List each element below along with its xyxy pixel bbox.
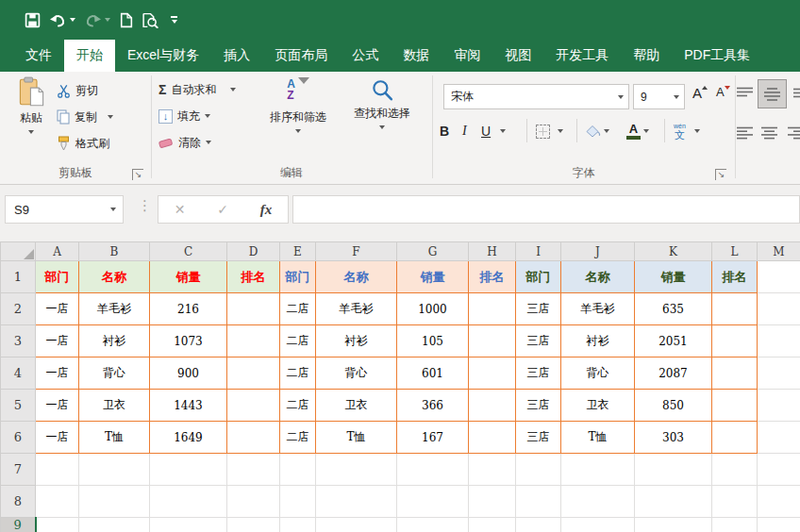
cell-M7[interactable] — [758, 454, 800, 486]
cell-G5[interactable]: 366 — [397, 390, 469, 422]
redo-button[interactable] — [84, 8, 110, 31]
phonetic-dropdown-icon[interactable] — [694, 129, 700, 133]
cell-L9[interactable] — [712, 518, 758, 532]
col-header-G[interactable]: G — [397, 242, 469, 261]
cell-A2[interactable]: 一店 — [36, 293, 79, 325]
cell-K5[interactable]: 850 — [635, 390, 712, 422]
bold-button[interactable]: B — [440, 119, 449, 143]
cell-J5[interactable]: 卫衣 — [561, 390, 635, 422]
cell-D4[interactable] — [227, 357, 280, 390]
clipboard-dialog-launcher[interactable]: ↘ — [132, 169, 143, 180]
cell-E1[interactable]: 部门 — [280, 261, 316, 293]
save-button[interactable] — [25, 8, 41, 31]
cell-B4[interactable]: 背心 — [79, 357, 150, 390]
cell-M4[interactable] — [758, 357, 800, 390]
cell-A6[interactable]: 一店 — [36, 422, 79, 454]
italic-button[interactable]: I — [462, 119, 467, 143]
cut-button[interactable]: 剪切 — [57, 80, 98, 101]
cell-I2[interactable]: 三店 — [516, 293, 561, 325]
cell-G7[interactable] — [397, 454, 469, 486]
cell-B2[interactable]: 羊毛衫 — [79, 293, 150, 325]
undo-dropdown-icon[interactable] — [70, 18, 75, 22]
cell-A9[interactable] — [36, 518, 79, 532]
cell-F3[interactable]: 衬衫 — [316, 325, 397, 357]
cell-E9[interactable] — [280, 518, 316, 532]
cell-D1[interactable]: 排名 — [227, 261, 280, 293]
middle-align-button-selected[interactable] — [758, 79, 787, 108]
cell-F5[interactable]: 卫衣 — [316, 390, 397, 422]
fill-button[interactable]: ↓ 填充 — [158, 106, 210, 126]
cell-G8[interactable] — [397, 486, 469, 518]
tab-11[interactable]: PDF工具集 — [672, 40, 762, 72]
cell-H5[interactable] — [469, 390, 516, 422]
phonetic-guide-button[interactable]: wén文 — [674, 119, 700, 143]
cell-G4[interactable]: 601 — [397, 357, 469, 390]
autosum-dropdown-icon[interactable] — [230, 88, 236, 91]
cell-M2[interactable] — [758, 293, 800, 325]
row-header-6[interactable]: 6 — [1, 422, 36, 454]
cell-M8[interactable] — [758, 486, 800, 518]
tab-3[interactable]: 插入 — [211, 40, 262, 72]
cell-H2[interactable] — [469, 293, 516, 325]
cell-H6[interactable] — [469, 422, 516, 454]
cell-B8[interactable] — [79, 486, 150, 518]
cell-E3[interactable]: 二店 — [280, 325, 316, 357]
col-header-J[interactable]: J — [561, 242, 635, 261]
cell-D8[interactable] — [227, 486, 280, 518]
cell-J3[interactable]: 衬衫 — [561, 325, 635, 357]
cell-D5[interactable] — [227, 390, 280, 422]
col-header-F[interactable]: F — [316, 242, 397, 261]
row-header-7[interactable]: 7 — [1, 454, 36, 486]
name-box[interactable]: S9 — [5, 195, 124, 224]
align-left-button[interactable] — [737, 126, 754, 142]
cell-M1[interactable] — [758, 261, 800, 293]
tab-2[interactable]: Excel与财务 — [115, 40, 211, 72]
copy-button[interactable]: 复制 — [57, 107, 113, 127]
cell-A8[interactable] — [36, 486, 79, 518]
cell-J8[interactable] — [561, 486, 635, 518]
cell-F2[interactable]: 羊毛衫 — [316, 293, 397, 325]
clear-button[interactable]: 清除 — [158, 132, 211, 153]
cell-E6[interactable]: 二店 — [280, 422, 316, 454]
cell-B7[interactable] — [79, 454, 150, 486]
cell-B1[interactable]: 名称 — [79, 261, 150, 293]
tab-9[interactable]: 开发工具 — [543, 40, 621, 72]
cell-E8[interactable] — [280, 486, 316, 518]
cell-J1[interactable]: 名称 — [561, 261, 635, 293]
cell-H1[interactable]: 排名 — [469, 261, 516, 293]
cell-I6[interactable]: 三店 — [516, 422, 561, 454]
fill-dropdown-icon[interactable] — [205, 114, 210, 118]
cell-I9[interactable] — [516, 518, 561, 532]
col-header-L[interactable]: L — [712, 242, 758, 261]
cell-K6[interactable]: 303 — [635, 422, 712, 454]
cell-L6[interactable] — [712, 422, 758, 454]
fill-color-dropdown-icon[interactable] — [604, 129, 609, 133]
cell-L3[interactable] — [712, 325, 758, 357]
cell-G9[interactable] — [397, 518, 469, 532]
cell-G2[interactable]: 1000 — [397, 293, 469, 325]
copy-dropdown-icon[interactable] — [108, 115, 113, 119]
tab-5[interactable]: 公式 — [340, 40, 391, 72]
enter-icon[interactable]: ✓ — [217, 202, 228, 217]
row-header-1[interactable]: 1 — [1, 261, 36, 293]
cell-I4[interactable]: 三店 — [516, 357, 561, 390]
row-header-3[interactable]: 3 — [1, 325, 36, 357]
tab-1[interactable]: 开始 — [64, 40, 115, 72]
cell-C7[interactable] — [150, 454, 227, 486]
cell-B9[interactable] — [79, 518, 150, 532]
cell-F9[interactable] — [316, 518, 397, 532]
cell-E2[interactable]: 二店 — [280, 293, 316, 325]
cell-K2[interactable]: 635 — [635, 293, 712, 325]
cell-K3[interactable]: 2051 — [635, 325, 712, 357]
font-name-combo[interactable]: 宋体 — [443, 84, 629, 109]
cell-L1[interactable]: 排名 — [712, 261, 758, 293]
cell-E5[interactable]: 二店 — [280, 390, 316, 422]
cell-J9[interactable] — [561, 518, 635, 532]
print-preview-button[interactable] — [142, 8, 158, 31]
tab-7[interactable]: 审阅 — [442, 40, 492, 72]
cell-L8[interactable] — [712, 486, 758, 518]
align-right-button[interactable] — [788, 126, 800, 142]
cell-J7[interactable] — [561, 454, 635, 486]
cell-I7[interactable] — [516, 454, 561, 486]
cell-J2[interactable]: 羊毛衫 — [561, 293, 635, 325]
